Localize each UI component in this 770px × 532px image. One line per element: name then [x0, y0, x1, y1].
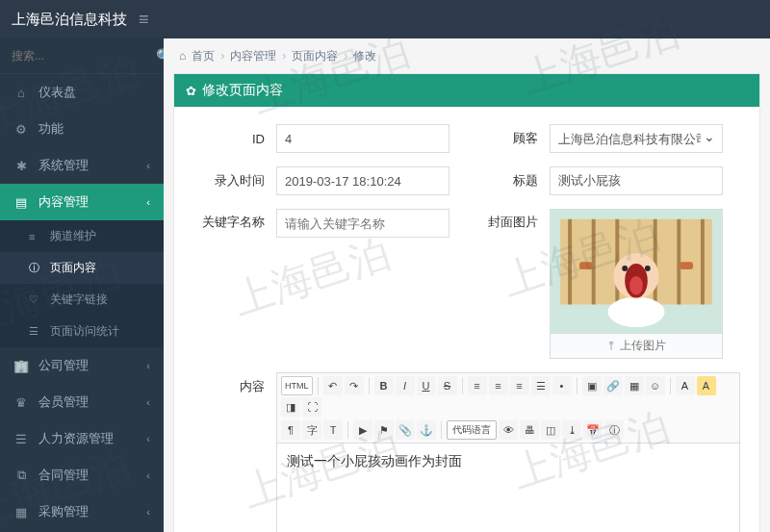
- customer-label: 顾客: [482, 130, 550, 147]
- sidebar-item-label: 会员管理: [38, 393, 89, 411]
- sidebar-item-label: 内容管理: [38, 193, 89, 211]
- strike-button[interactable]: S: [438, 376, 457, 395]
- brand-title: 上海邑泊信息科技: [12, 11, 127, 29]
- sidebar-item-system[interactable]: ✱ 系统管理 ‹: [0, 147, 164, 184]
- submenu-label: 页面访问统计: [50, 323, 119, 340]
- about-button[interactable]: ⓘ: [604, 420, 624, 440]
- align-center-button[interactable]: ≡: [489, 376, 508, 395]
- align-right-button[interactable]: ≡: [510, 376, 529, 395]
- code-language-button[interactable]: 代码语言: [447, 420, 497, 440]
- redo-button[interactable]: ↷: [345, 376, 364, 395]
- content-label: 内容: [193, 372, 276, 395]
- undo-button[interactable]: ↶: [323, 376, 343, 395]
- submenu-label: 频道维护: [50, 228, 96, 244]
- table-button[interactable]: ▦: [625, 376, 644, 395]
- sidebar: 🔍 ⌂ 仪表盘 ⚙ 功能 ✱ 系统管理 ‹ ▤ 内容管理 ‹ ≡ 频道维护 ⓘ …: [0, 38, 164, 532]
- id-input[interactable]: [276, 124, 449, 153]
- upload-icon: ⤒: [606, 340, 616, 353]
- preview-button[interactable]: 👁: [499, 420, 518, 440]
- sidebar-item-label: 系统管理: [38, 157, 89, 174]
- sidebar-item-label: 公司管理: [38, 357, 89, 374]
- video-button[interactable]: ▶: [353, 420, 372, 440]
- date-button[interactable]: 📅: [583, 420, 603, 440]
- sidebar-item-hr[interactable]: ☰ 人力资源管理 ‹: [0, 420, 164, 457]
- sidebar-item-label: 人力资源管理: [38, 430, 114, 447]
- svg-point-13: [645, 266, 651, 271]
- print-button[interactable]: 🖶: [520, 420, 539, 440]
- time-input[interactable]: [276, 166, 449, 195]
- search-input[interactable]: [12, 49, 156, 63]
- fontcolor-button[interactable]: A: [676, 376, 695, 395]
- fontsize-button[interactable]: T: [323, 420, 343, 440]
- format-button[interactable]: ¶: [281, 420, 300, 440]
- svg-point-12: [622, 266, 628, 271]
- building-icon: 🏢: [13, 359, 29, 373]
- submenu-keyword[interactable]: ♡ 关键字链接: [0, 284, 164, 316]
- breadcrumb-level2[interactable]: 页面内容: [292, 48, 338, 64]
- sidebar-item-label: 合同管理: [38, 467, 89, 484]
- sidebar-item-dashboard[interactable]: ⌂ 仪表盘: [0, 74, 164, 111]
- bold-button[interactable]: B: [374, 376, 394, 395]
- breadcrumb-level3: 修改: [353, 48, 376, 64]
- settings-icon: ✱: [13, 159, 29, 173]
- bgcolor-button[interactable]: A: [697, 376, 716, 395]
- sidebar-item-member[interactable]: ♛ 会员管理 ‹: [0, 384, 164, 420]
- template-button[interactable]: ◫: [541, 420, 560, 440]
- chevron-left-icon: ‹: [146, 360, 150, 371]
- crown-icon: ♛: [13, 395, 29, 410]
- submenu-channel[interactable]: ≡ 频道维护: [0, 220, 164, 252]
- sidebar-item-company[interactable]: 🏢 公司管理 ‹: [0, 347, 164, 384]
- pagebreak-button[interactable]: ⤓: [562, 420, 581, 440]
- image-button[interactable]: ▣: [582, 376, 602, 395]
- toolbar-divider: [577, 377, 578, 394]
- document-icon: ⧉: [13, 468, 29, 483]
- html-source-button[interactable]: HTML: [281, 376, 313, 395]
- submenu-label: 关键字链接: [50, 291, 108, 308]
- chevron-left-icon: ‹: [146, 469, 150, 481]
- main-content: ⌂ 首页 › 内容管理 › 页面内容 › 修改 ✿ 修改页面内容 ID 顾客: [164, 38, 770, 532]
- content-icon: ▤: [13, 195, 29, 210]
- chevron-left-icon: ‹: [146, 160, 150, 171]
- toolbar-divider: [347, 421, 348, 439]
- customer-select[interactable]: 上海邑泊信息科技有限公司: [550, 124, 723, 153]
- underline-button[interactable]: U: [417, 376, 436, 395]
- sidebar-item-content[interactable]: ▤ 内容管理 ‹: [0, 184, 164, 220]
- italic-button[interactable]: I: [396, 376, 415, 395]
- sidebar-item-purchase[interactable]: ▦ 采购管理 ‹: [0, 494, 164, 530]
- submenu-stats[interactable]: ☰ 页面访问统计: [0, 316, 164, 347]
- eraser-button[interactable]: ◨: [281, 397, 300, 417]
- upload-image-button[interactable]: ⤒ 上传图片: [550, 334, 723, 359]
- map-button[interactable]: ⚑: [374, 420, 394, 440]
- align-left-button[interactable]: ≡: [468, 376, 487, 395]
- sidebar-item-contract[interactable]: ⧉ 合同管理 ‹: [0, 457, 164, 494]
- title-input[interactable]: [550, 166, 723, 195]
- panel-title: 修改页面内容: [202, 82, 283, 99]
- emoji-button[interactable]: ☺: [646, 376, 665, 395]
- list-ordered-button[interactable]: ☰: [531, 376, 551, 395]
- stats-icon: ☰: [29, 325, 42, 338]
- cart-icon: ▦: [13, 505, 29, 519]
- toolbar-divider: [462, 377, 463, 394]
- breadcrumb-level1[interactable]: 内容管理: [230, 48, 276, 64]
- anchor-button[interactable]: ⚓: [417, 420, 436, 440]
- time-label: 录入时间: [193, 172, 276, 190]
- list-unordered-button[interactable]: •: [552, 376, 572, 395]
- edit-panel: ✿ 修改页面内容 ID 顾客 上海邑泊信息科技有限公司: [173, 73, 760, 532]
- attachment-button[interactable]: 📎: [396, 420, 415, 440]
- fullscreen-button[interactable]: ⛶: [302, 397, 321, 417]
- sidebar-item-function[interactable]: ⚙ 功能: [0, 111, 164, 147]
- panel-header: ✿ 修改页面内容: [174, 74, 759, 107]
- info-icon: ⓘ: [29, 261, 42, 275]
- upload-label: 上传图片: [620, 338, 666, 354]
- link-button[interactable]: 🔗: [603, 376, 623, 395]
- fontfamily-button[interactable]: 字: [302, 420, 321, 440]
- search-icon[interactable]: 🔍: [156, 48, 164, 63]
- submenu-pagecontent[interactable]: ⓘ 页面内容: [0, 252, 164, 284]
- breadcrumb-home[interactable]: 首页: [192, 48, 215, 64]
- menu-toggle-icon[interactable]: ≡: [139, 10, 149, 30]
- editor-textarea[interactable]: 测试一个小屁孩动画作为封面: [276, 443, 740, 532]
- cover-label: 封面图片: [482, 209, 550, 231]
- svg-point-11: [629, 276, 643, 295]
- editor-toolbar: HTML ↶ ↷ B I U S ≡ ≡ ≡ ☰ •: [276, 372, 740, 443]
- keyword-input[interactable]: [276, 209, 449, 238]
